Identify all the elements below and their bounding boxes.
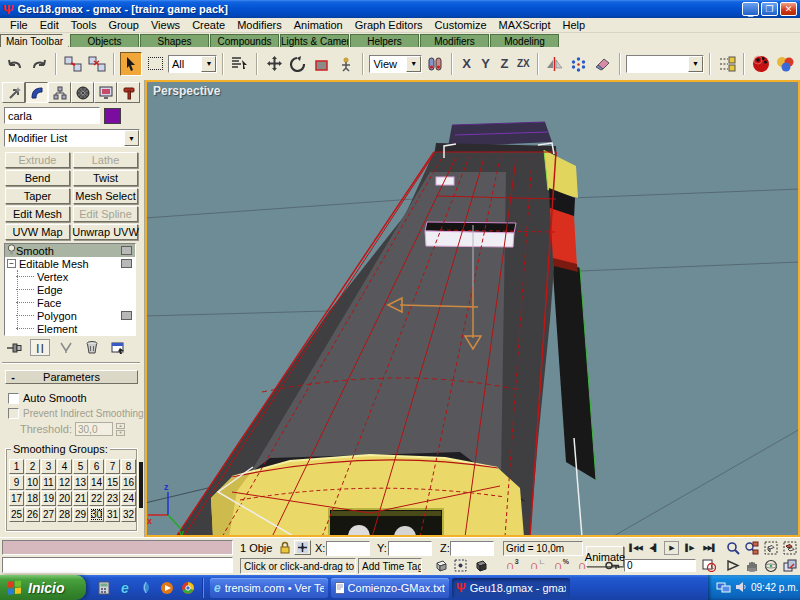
taskbar-task-text[interactable]: Comienzo-GMax.txt -...: [331, 578, 449, 598]
select-object-button[interactable]: [120, 52, 142, 76]
angle-snap-button[interactable]: ∩∟: [530, 558, 546, 572]
smoothing-group-30[interactable]: 30: [89, 507, 104, 522]
smoothing-group-15[interactable]: 15: [105, 475, 120, 490]
pan-button[interactable]: [743, 558, 760, 573]
stack-item-editable-mesh[interactable]: −Editable Mesh: [5, 257, 135, 270]
toolbar-tab-helpers[interactable]: Helpers: [350, 34, 419, 47]
threshold-field[interactable]: 30,0: [75, 422, 113, 436]
stack-item-smooth[interactable]: Smooth: [5, 244, 135, 257]
track-view-button[interactable]: [716, 52, 738, 76]
close-button[interactable]: ✕: [780, 2, 797, 16]
modifier-button-bend[interactable]: Bend: [5, 170, 70, 186]
panel-scroll-nub[interactable]: [139, 462, 143, 508]
object-color-swatch[interactable]: [104, 108, 121, 124]
toolbar-tab-objects[interactable]: Objects: [70, 34, 139, 47]
modifier-list-dropdown[interactable]: Modifier List ▼: [4, 129, 140, 147]
make-unique-button[interactable]: [56, 339, 76, 356]
modifier-button-taper[interactable]: Taper: [5, 188, 70, 204]
quick-launch-browser-icon[interactable]: [180, 580, 196, 596]
previous-frame-button[interactable]: ◀▌: [646, 541, 661, 555]
tab-create[interactable]: [2, 82, 25, 103]
pin-stack-button[interactable]: [4, 339, 24, 356]
show-end-result-button[interactable]: | |: [30, 339, 50, 356]
snap-toggle-button[interactable]: ∩3: [506, 558, 519, 572]
restrict-z-button[interactable]: Z: [496, 54, 513, 74]
undo-button[interactable]: [4, 52, 26, 76]
modifier-button-uvw-map[interactable]: UVW Map: [5, 224, 70, 240]
smoothing-group-23[interactable]: 23: [105, 491, 120, 506]
field-of-view-button[interactable]: [724, 558, 741, 573]
smoothing-group-28[interactable]: 28: [57, 507, 72, 522]
menu-item-customize[interactable]: Customize: [429, 19, 493, 31]
stack-item-element[interactable]: Element: [5, 322, 135, 335]
eraser-button[interactable]: [592, 52, 614, 76]
stack-expander-icon[interactable]: −: [7, 259, 16, 268]
modifier-button-twist[interactable]: Twist: [73, 170, 138, 186]
smoothing-group-1[interactable]: 1: [9, 459, 24, 474]
stack-item-polygon[interactable]: Polygon: [5, 309, 135, 322]
go-to-start-button[interactable]: ▌◀◀: [628, 541, 643, 555]
smoothing-group-14[interactable]: 14: [89, 475, 104, 490]
move-button[interactable]: [263, 52, 285, 76]
tab-modify[interactable]: [25, 82, 48, 103]
absolute-mode-button[interactable]: [294, 540, 311, 555]
tab-motion[interactable]: [71, 82, 94, 103]
snap-shaded-button[interactable]: [472, 558, 489, 573]
smoothing-group-17[interactable]: 17: [9, 491, 24, 506]
modifier-button-lathe[interactable]: Lathe: [73, 152, 138, 168]
zoom-extents-all-button[interactable]: [781, 540, 798, 555]
smoothing-group-25[interactable]: 25: [9, 507, 24, 522]
threshold-spinner[interactable]: ▲▼: [116, 423, 125, 436]
z-coord-field[interactable]: [450, 541, 494, 556]
quick-launch-ie-icon[interactable]: e: [117, 580, 133, 596]
parameters-rollout-header[interactable]: - Parameters: [5, 370, 138, 384]
arc-rotate-button[interactable]: [762, 558, 779, 573]
y-coord-field[interactable]: [388, 541, 432, 556]
x-coord-field[interactable]: [326, 541, 370, 556]
menu-item-file[interactable]: File: [4, 19, 34, 31]
configure-modifier-sets-button[interactable]: [108, 339, 128, 356]
tab-display[interactable]: [94, 82, 117, 103]
zoom-all-button[interactable]: [743, 540, 760, 555]
smoothing-group-22[interactable]: 22: [89, 491, 104, 506]
smoothing-group-27[interactable]: 27: [41, 507, 56, 522]
tray-network-icon[interactable]: [716, 581, 731, 595]
smoothing-group-6[interactable]: 6: [89, 459, 104, 474]
use-pivot-button[interactable]: [424, 52, 446, 76]
modifier-bulb-icon[interactable]: [7, 244, 16, 257]
auto-smooth-checkbox[interactable]: [8, 393, 19, 404]
smoothing-group-16[interactable]: 16: [121, 475, 136, 490]
time-tag-button[interactable]: Add Time Tag: [358, 558, 422, 574]
tab-utilities[interactable]: [117, 82, 140, 103]
taskbar-task-gmax[interactable]: ΨGeu18.gmax - gmax -...: [452, 578, 570, 598]
menu-item-group[interactable]: Group: [102, 19, 145, 31]
smoothing-group-12[interactable]: 12: [57, 475, 72, 490]
mirror-button[interactable]: [544, 52, 566, 76]
modifier-button-unwrap-uvw[interactable]: Unwrap UVW: [73, 224, 138, 240]
smoothing-group-5[interactable]: 5: [73, 459, 88, 474]
snap-cube-button[interactable]: [432, 558, 449, 573]
smoothing-group-31[interactable]: 31: [105, 507, 120, 522]
menu-item-create[interactable]: Create: [186, 19, 231, 31]
toolbar-tab-modifiers[interactable]: Modifiers: [420, 34, 489, 47]
toolbar-tab-lights-cameras[interactable]: Lights & Cameras: [280, 34, 349, 47]
smoothing-group-20[interactable]: 20: [57, 491, 72, 506]
minimize-button[interactable]: _: [742, 2, 759, 16]
stack-item-vertex[interactable]: Vertex: [5, 270, 135, 283]
smoothing-group-11[interactable]: 11: [41, 475, 56, 490]
smoothing-group-26[interactable]: 26: [25, 507, 40, 522]
smoothing-group-21[interactable]: 21: [73, 491, 88, 506]
menu-item-animation[interactable]: Animation: [288, 19, 349, 31]
modifier-button-mesh-select[interactable]: Mesh Select: [73, 188, 138, 204]
named-selection-dropdown[interactable]: ▼: [626, 55, 704, 73]
zoom-button[interactable]: [724, 540, 741, 555]
smoothing-group-18[interactable]: 18: [25, 491, 40, 506]
modifier-button-edit-mesh[interactable]: Edit Mesh: [5, 206, 70, 222]
menu-item-tools[interactable]: Tools: [65, 19, 103, 31]
toolbar-tab-main-toolbar[interactable]: Main Toolbar: [0, 34, 69, 47]
menu-item-modifiers[interactable]: Modifiers: [231, 19, 288, 31]
smoothing-group-13[interactable]: 13: [73, 475, 88, 490]
smoothing-group-4[interactable]: 4: [57, 459, 72, 474]
rotate-button[interactable]: [287, 52, 309, 76]
stack-item-edge[interactable]: Edge: [5, 283, 135, 296]
